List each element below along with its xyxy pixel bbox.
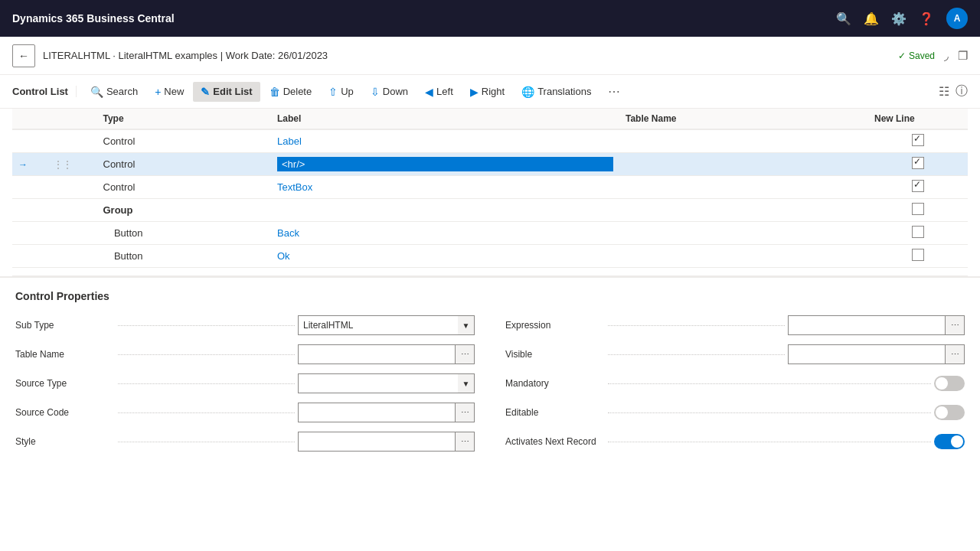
left-button[interactable]: ◀ Left [417,82,461,102]
back-button[interactable]: ← [12,44,35,67]
newline-checkbox[interactable] [912,249,924,261]
user-avatar[interactable]: A [946,8,968,29]
newline-checkbox[interactable] [912,134,924,146]
search-icon[interactable]: 🔍 [836,11,851,26]
row-type-value: Group [103,204,133,216]
prop-dots [608,354,785,355]
row-label-value: Back [277,227,299,239]
delete-button[interactable]: 🗑 Delete [262,82,320,102]
newline-checkbox[interactable] [912,226,924,238]
row-tablename-cell [619,222,868,245]
row-label-cell: TextBox [271,176,619,199]
toolbar-right: ☷ ⓘ [939,83,968,99]
sourcecode-input[interactable] [298,403,455,422]
activates-next-record-toggle-knob [951,435,963,448]
plus-icon: + [155,86,161,98]
row-tablename-cell [619,153,868,176]
up-arrow-icon: ⇧ [328,86,338,98]
mandatory-toggle[interactable] [934,376,965,391]
down-arrow-icon: ⇩ [371,86,380,98]
table-row[interactable]: ControlLabel [12,129,968,153]
settings-icon[interactable]: ⚙️ [891,11,906,26]
subtype-input[interactable] [298,315,458,335]
filter-icon[interactable]: ☷ [939,84,949,99]
row-arrow-cell [12,199,47,222]
expression-btn[interactable]: ⋯ [945,315,965,335]
tablename-input-wrapper: ⋯ [298,344,475,364]
tablename-input[interactable] [298,344,455,364]
open-in-new-window-button[interactable]: ◞ [944,49,949,63]
table-row[interactable]: →⋮⋮Control [12,153,968,176]
edit-list-button[interactable]: ✎ Edit List [193,82,260,102]
col-header-drag [47,109,97,129]
table-row[interactable]: ButtonOk [12,245,968,268]
right-arrow-icon: ▶ [470,86,479,98]
sourcetype-dropdown-wrapper: ▼ [298,373,475,393]
more-button[interactable]: ⋯ [600,80,628,103]
prop-dots [608,442,931,442]
up-button[interactable]: ⇧ Up [321,82,361,102]
app-logo-area: Dynamics 365 Business Central [12,12,175,24]
search-button[interactable]: 🔍 Search [83,82,145,102]
style-btn[interactable]: ⋯ [455,432,475,452]
right-button[interactable]: ▶ Right [462,82,512,102]
visible-btn[interactable]: ⋯ [945,344,965,364]
row-type-cell: Control [97,176,272,199]
row-drag-cell [47,176,97,199]
sourcecode-input-wrapper: ⋯ [298,403,475,422]
subtype-dropdown-arrow[interactable]: ▼ [458,315,475,335]
expand-button[interactable]: ❐ [958,49,968,63]
info-icon[interactable]: ⓘ [956,83,968,99]
col-header-label: Label [271,109,619,129]
row-drag-cell [47,245,97,268]
row-label-input[interactable] [277,157,613,171]
translations-button[interactable]: 🌐 Translations [514,82,599,102]
newline-checkbox[interactable] [912,157,924,169]
newline-checkbox[interactable] [912,203,924,215]
new-button[interactable]: + New [147,82,191,102]
table-row[interactable]: ButtonBack [12,222,968,245]
prop-dots [118,354,295,355]
row-type-cell: Control [97,129,272,153]
prop-dots [118,325,295,326]
editable-toggle[interactable] [934,405,965,420]
prop-label-visible: Visible [505,349,605,360]
edit-icon: ✎ [201,86,210,98]
tablename-btn[interactable]: ⋯ [455,344,475,364]
col-header-newline: New Line [868,109,968,129]
row-label-cell: Back [271,222,619,245]
activates-next-record-toggle[interactable] [934,434,965,449]
style-input[interactable] [298,432,455,452]
visible-input[interactable] [788,344,945,364]
down-button[interactable]: ⇩ Down [363,82,416,102]
row-drag-cell[interactable]: ⋮⋮ [47,153,97,176]
row-label-cell: Ok [271,245,619,268]
prop-row-mandatory: Mandatory [505,373,965,394]
help-icon[interactable]: ❓ [919,11,934,26]
drag-handle-icon[interactable]: ⋮⋮ [54,159,72,170]
table-row[interactable]: ControlTextBox [12,176,968,199]
notification-icon[interactable]: 🔔 [864,11,879,26]
row-tablename-cell [619,176,868,199]
prop-row-subtype: Sub Type ▼ [15,315,475,336]
row-label-cell [271,199,619,222]
page-header-left: ← LITERALHTML · LiteralHTML examples | W… [12,44,328,67]
table-body: ControlLabel→⋮⋮ControlControlTextBoxGrou… [12,129,968,276]
saved-indicator: ✓ Saved [898,51,935,61]
prop-dots [118,412,295,413]
sourcecode-btn[interactable]: ⋯ [455,403,475,422]
row-label-value: Ok [277,250,290,262]
row-label-value: TextBox [277,181,312,193]
sourcetype-dropdown-arrow[interactable]: ▼ [458,373,475,393]
newline-checkbox[interactable] [912,180,924,192]
row-arrow-cell [12,176,47,199]
prop-row-tablename: Table Name ⋯ [15,344,475,365]
top-bar-icons: 🔍 🔔 ⚙️ ❓ A [836,8,968,29]
prop-dots [608,412,931,413]
expression-input[interactable] [788,315,945,335]
sourcetype-input[interactable] [298,373,458,393]
table-row[interactable]: Group [12,199,968,222]
row-arrow-cell [12,268,47,276]
row-arrow-cell [12,222,47,245]
table-row[interactable] [12,268,968,276]
